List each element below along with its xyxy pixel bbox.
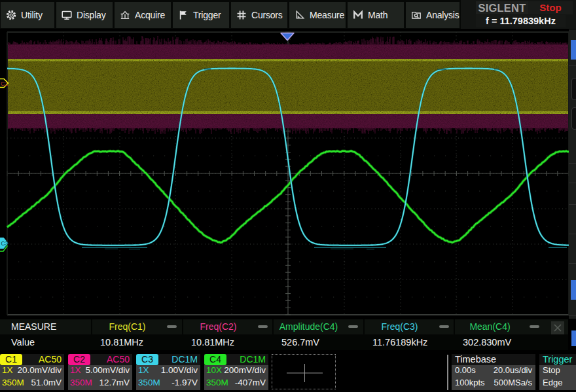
svg-text:C3: C3: [1, 240, 9, 247]
svg-text:C1: C1: [1, 80, 8, 87]
